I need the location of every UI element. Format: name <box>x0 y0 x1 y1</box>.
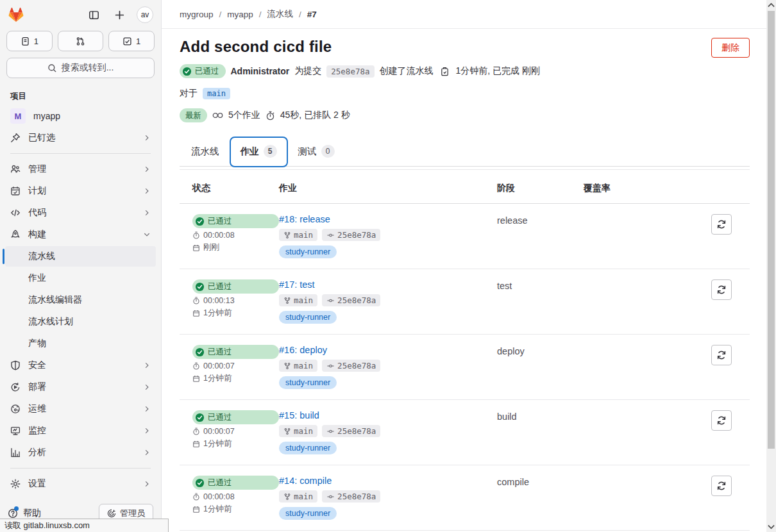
todos-count-button[interactable]: 1 <box>108 31 155 51</box>
chevron-right-icon <box>143 187 151 195</box>
scroll-up-arrow[interactable] <box>766 0 776 10</box>
branch-ref-badge[interactable]: main <box>279 360 317 372</box>
sidebar-item-project[interactable]: M myapp <box>5 106 156 126</box>
sidebar-divider <box>10 468 151 469</box>
commit-sha-badge[interactable]: 25e8e78a <box>322 425 380 437</box>
commit-sha-badge[interactable]: 25e8e78a <box>322 294 380 306</box>
job-age: 1分钟前 <box>203 438 232 449</box>
new-menu-button[interactable] <box>111 6 128 23</box>
retry-job-button[interactable] <box>711 476 732 496</box>
calendar-check-icon <box>10 186 21 196</box>
user-avatar[interactable]: av <box>137 6 153 23</box>
delete-pipeline-button[interactable]: 删除 <box>711 38 750 58</box>
branch-ref-badge[interactable]: main <box>279 229 317 241</box>
job-row: 已通过 00:00:08 <box>180 465 750 531</box>
job-row: 已通过 00:00:07 <box>180 400 750 465</box>
sidebar-item-code[interactable]: 代码 <box>5 203 156 223</box>
search-icon <box>47 63 57 73</box>
issues-count-button[interactable]: 1 <box>6 31 53 51</box>
job-status-badge[interactable]: 已通过 <box>192 345 279 359</box>
scroll-down-arrow[interactable] <box>766 522 776 532</box>
sidebar-item-artifacts[interactable]: 产物 <box>5 333 156 354</box>
chevron-right-icon <box>143 427 151 435</box>
tab-pipeline[interactable]: 流水线 <box>181 138 230 166</box>
merge-requests-button[interactable] <box>58 31 104 51</box>
commit-sha-badge[interactable]: 25e8e78a <box>322 229 380 241</box>
sidebar-section-label: 项目 <box>10 91 151 102</box>
check-circle-icon <box>195 217 205 226</box>
job-stage: release <box>497 214 584 226</box>
job-status-badge[interactable]: 已通过 <box>192 476 279 490</box>
breadcrumb-current: #7 <box>307 10 317 19</box>
pipeline-author[interactable]: Administrator <box>231 66 290 76</box>
branch-ref-badge[interactable]: main <box>279 425 317 437</box>
sidebar-item-operate[interactable]: 运维 <box>5 399 156 419</box>
commit-sha-badge[interactable]: 25e8e78a <box>322 360 380 372</box>
vertical-scrollbar[interactable] <box>766 0 776 532</box>
branch-badge[interactable]: main <box>203 88 230 99</box>
sidebar-item-monitor[interactable]: 监控 <box>5 420 156 441</box>
sidebar-item-plan[interactable]: 计划 <box>5 181 156 201</box>
branch-ref-badge[interactable]: main <box>279 490 317 503</box>
commit-sha-badge[interactable]: 25e8e78a <box>326 65 374 78</box>
tests-count-badge: 0 <box>321 145 335 158</box>
job-stage: compile <box>497 476 584 487</box>
check-circle-icon <box>182 67 192 76</box>
job-status-badge[interactable]: 已通过 <box>192 214 279 228</box>
pipeline-tabs: 流水线 作业 5 测试 0 <box>180 137 750 167</box>
breadcrumb-group[interactable]: mygroup <box>180 10 214 19</box>
job-link[interactable]: #14: compile <box>279 476 332 486</box>
sidebar-item-jobs[interactable]: 作业 <box>5 268 156 288</box>
retry-job-button[interactable] <box>711 345 732 365</box>
monitor-icon <box>10 426 21 436</box>
gitlab-logo[interactable] <box>8 7 24 23</box>
timer-icon <box>266 111 275 121</box>
branch-ref-badge[interactable]: main <box>279 294 317 306</box>
shield-icon <box>10 360 21 370</box>
commit-sha-badge[interactable]: 25e8e78a <box>322 490 380 503</box>
chevron-right-icon <box>143 480 151 488</box>
scrollbar-thumb[interactable] <box>768 11 775 449</box>
search-box[interactable]: 搜索或转到... <box>6 58 155 78</box>
chevron-down-icon <box>143 231 151 238</box>
timer-icon <box>192 231 200 239</box>
sidebar-topbar: av <box>0 0 161 26</box>
job-status-badge[interactable]: 已通过 <box>192 279 279 294</box>
sidebar-item-settings[interactable]: 设置 <box>5 474 156 494</box>
runner-tag-badge: study-runner <box>279 507 337 520</box>
job-age: 1分钟前 <box>203 504 232 515</box>
latest-badge: 最新 <box>180 108 207 122</box>
retry-job-button[interactable] <box>711 410 732 431</box>
sidebar-item-pipelines[interactable]: 流水线 <box>5 246 156 267</box>
breadcrumb-pipelines[interactable]: 流水线 <box>267 8 294 20</box>
sidebar-item-deploy[interactable]: 部署 <box>5 377 156 397</box>
for-branch-line: 对于 main <box>180 88 750 99</box>
runner-tag-badge: study-runner <box>279 442 337 454</box>
sidebar-item-pipeline-editor[interactable]: 流水线编辑器 <box>5 290 156 310</box>
sidebar-item-secure[interactable]: 安全 <box>5 355 156 376</box>
help-link[interactable]: 帮助 <box>8 508 41 519</box>
sidebar-item-pinned[interactable]: 已钉选 <box>5 128 156 148</box>
job-link[interactable]: #15: build <box>279 410 319 420</box>
sidebar-item-analyze[interactable]: 分析 <box>5 442 156 463</box>
timer-icon <box>192 362 200 370</box>
sidebar-item-pipeline-schedules[interactable]: 流水线计划 <box>5 312 156 332</box>
tab-tests[interactable]: 测试 0 <box>288 137 345 166</box>
copy-commit-sha-button[interactable] <box>439 65 451 78</box>
sidebar-item-manage[interactable]: 管理 <box>5 159 156 179</box>
retry-job-button[interactable] <box>711 214 732 235</box>
job-status-badge[interactable]: 已通过 <box>192 410 279 424</box>
job-row: 已通过 00:00:08 <box>180 204 750 269</box>
job-link[interactable]: #17: test <box>279 279 315 290</box>
retry-job-button[interactable] <box>711 279 732 300</box>
commit-icon <box>326 297 335 304</box>
tab-jobs[interactable]: 作业 5 <box>230 137 288 167</box>
job-link[interactable]: #18: release <box>279 214 330 224</box>
job-stage: build <box>497 410 584 422</box>
breadcrumb-project[interactable]: myapp <box>227 10 253 19</box>
sidebar-toggle-button[interactable] <box>85 6 102 23</box>
job-link[interactable]: #16: deploy <box>279 345 327 355</box>
sidebar-item-build[interactable]: 构建 <box>5 224 156 245</box>
status-badge[interactable]: 已通过 <box>180 64 226 78</box>
commit-icon <box>326 428 335 435</box>
